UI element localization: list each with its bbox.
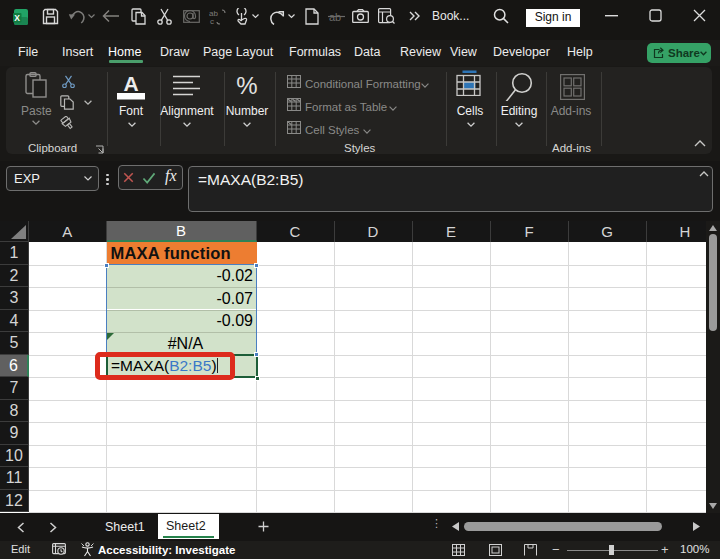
svg-text:X: X (14, 13, 20, 23)
svg-text:%: % (236, 73, 257, 99)
svg-text:A: A (123, 72, 138, 95)
svg-text:c: c (210, 17, 214, 25)
